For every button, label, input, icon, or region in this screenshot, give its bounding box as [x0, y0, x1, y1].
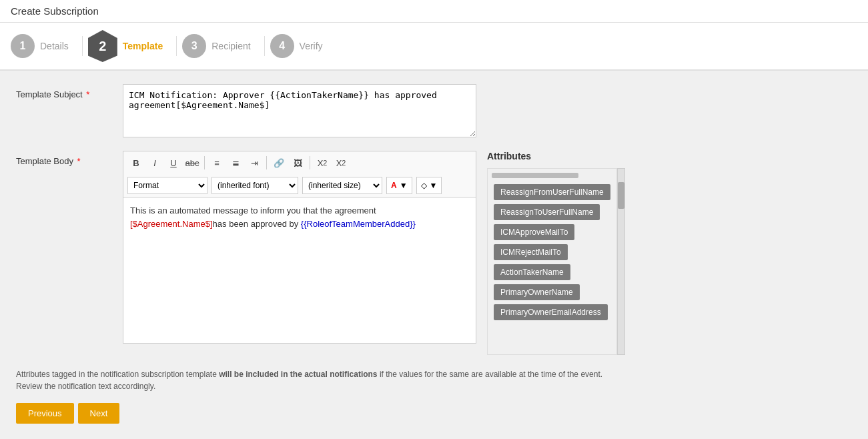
attribute-tag-primary-email[interactable]: PrimaryOwnerEmailAddress: [494, 304, 608, 320]
attributes-scrollbar[interactable]: [617, 168, 625, 355]
wizard-step-2[interactable]: 2 Template: [88, 30, 168, 62]
previous-button[interactable]: Previous: [16, 403, 74, 424]
footer-bold-1: will be included in the actual notificat…: [219, 370, 377, 379]
image-button[interactable]: 🖼: [289, 154, 306, 171]
toolbar-sep-1: [204, 156, 205, 169]
wizard-step-1[interactable]: 1 Details: [11, 34, 74, 58]
ordered-list-button[interactable]: ≣: [227, 154, 244, 171]
body-text-1: This is an automated message to inform y…: [130, 205, 376, 215]
subject-label: Template Subject *: [16, 84, 123, 99]
toolbar-sep-3: [310, 156, 310, 169]
body-row: Template Body * B I U abc ≡ ≣ ⇥ 🔗 🖼: [16, 151, 852, 355]
wizard-step-4[interactable]: 4 Verify: [270, 34, 328, 58]
editor-toolbar-row2: Format (inherited font) (inherited size)…: [123, 174, 476, 197]
page-header: Create Subscription: [0, 0, 868, 23]
font-select[interactable]: (inherited font): [211, 177, 298, 194]
toolbar-sep-2: [266, 156, 267, 169]
attributes-title: Attributes: [487, 151, 814, 161]
body-var-2: {{RoleofTeamMemberAdded}}: [301, 219, 416, 229]
font-color-button[interactable]: A ▼: [386, 177, 412, 194]
main-content: Template Subject * ICM Notification: App…: [0, 71, 868, 437]
attributes-list-wrapper: ReassignFromUserFullName ReassignToUserF…: [487, 168, 814, 355]
format-select[interactable]: Format: [127, 177, 207, 194]
attribute-tag-primary-owner[interactable]: PrimaryOwnerName: [494, 284, 580, 300]
link-button[interactable]: 🔗: [270, 154, 288, 171]
next-button[interactable]: Next: [78, 403, 120, 424]
editor-body[interactable]: This is an automated message to inform y…: [123, 197, 476, 344]
step-divider-3: [264, 36, 265, 56]
body-required: *: [75, 156, 81, 166]
step-3-badge: 3: [182, 34, 206, 58]
subject-required: *: [84, 89, 90, 99]
footer-buttons: Previous Next: [16, 403, 852, 424]
body-text-2: has been approved by: [213, 219, 301, 229]
attribute-tag-icm-approve[interactable]: ICMApproveMailTo: [494, 224, 574, 240]
strikethrough-button[interactable]: abc: [183, 154, 201, 171]
footer-note: Attributes tagged in the notification su…: [16, 368, 717, 392]
unordered-list-button[interactable]: ≡: [208, 154, 226, 171]
wizard-nav: 1 Details 2 Template 3 Recipient 4 Verif…: [0, 23, 868, 71]
subscript-button[interactable]: X2: [314, 154, 331, 171]
attribute-tag-reassign-to[interactable]: ReassignToUserFullName: [494, 204, 600, 220]
body-label: Template Body *: [16, 151, 123, 166]
step-2-badge: 2: [88, 30, 117, 62]
page-title: Create Subscription: [11, 5, 99, 17]
superscript-button[interactable]: X2: [332, 154, 350, 171]
wizard-step-3[interactable]: 3 Recipient: [182, 34, 256, 58]
scroll-indicator: [492, 173, 578, 178]
step-3-label: Recipient: [211, 41, 250, 51]
color-dropdown-icon: ▼: [400, 181, 408, 190]
step-4-label: Verify: [300, 41, 323, 51]
editor-toolbar-row1: B I U abc ≡ ≣ ⇥ 🔗 🖼 X2 X2: [123, 151, 476, 174]
editor-area: B I U abc ≡ ≣ ⇥ 🔗 🖼 X2 X2: [123, 151, 476, 344]
subject-input[interactable]: ICM Notification: Approver {{ActionTaker…: [123, 84, 476, 137]
indent-button[interactable]: ⇥: [246, 154, 263, 171]
attribute-tag-action-taker[interactable]: ActionTakerName: [494, 264, 570, 280]
step-divider-1: [82, 36, 83, 56]
step-4-badge: 4: [270, 34, 294, 58]
underline-button[interactable]: U: [165, 154, 182, 171]
attributes-list[interactable]: ReassignFromUserFullName ReassignToUserF…: [487, 168, 617, 355]
scrollbar-thumb: [618, 182, 624, 209]
highlight-button[interactable]: ◇ ▼: [416, 177, 442, 194]
font-color-icon: A: [391, 181, 397, 190]
bold-button[interactable]: B: [127, 154, 145, 171]
attribute-tag-reassign-from[interactable]: ReassignFromUserFullName: [494, 184, 610, 200]
attributes-panel: Attributes ReassignFromUserFullName Reas…: [487, 151, 814, 355]
size-select[interactable]: (inherited size): [302, 177, 382, 194]
step-1-badge: 1: [11, 34, 35, 58]
step-1-label: Details: [40, 41, 69, 51]
subject-row: Template Subject * ICM Notification: App…: [16, 84, 852, 137]
editor-wrapper: B I U abc ≡ ≣ ⇥ 🔗 🖼 X2 X2: [123, 151, 814, 355]
highlight-icon: ◇: [421, 181, 427, 190]
highlight-dropdown-icon: ▼: [430, 181, 438, 190]
italic-button[interactable]: I: [146, 154, 163, 171]
step-divider-2: [176, 36, 177, 56]
attribute-tag-icm-reject[interactable]: ICMRejectMailTo: [494, 244, 568, 260]
footer-note-text: Attributes tagged in the notification su…: [16, 370, 602, 391]
body-var-1: [$Agreement.Name$]: [130, 219, 213, 229]
step-2-label: Template: [123, 41, 163, 51]
